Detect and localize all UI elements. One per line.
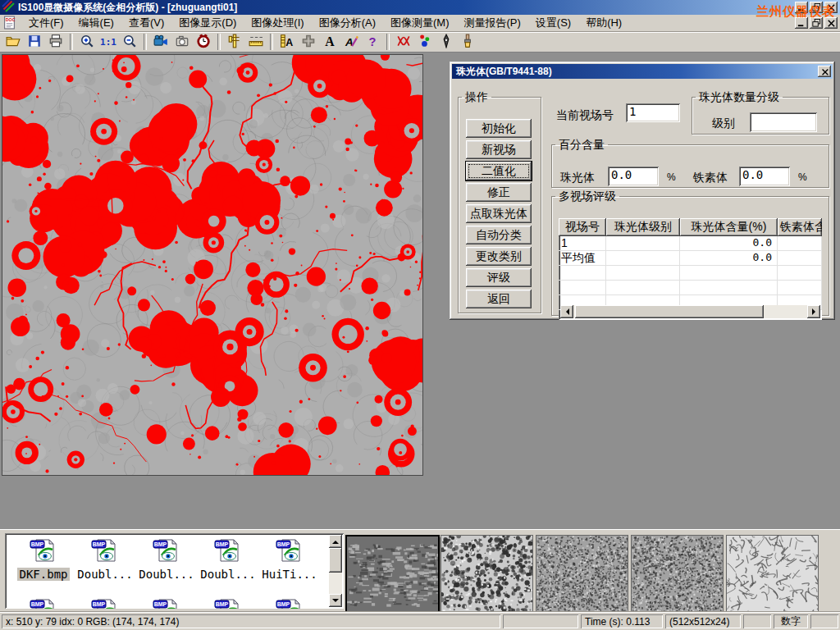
- scroll-right-button[interactable]: [807, 305, 820, 318]
- table-horizontal-scrollbar[interactable]: [560, 305, 820, 318]
- menu-item-1[interactable]: 编辑(E): [71, 16, 121, 30]
- image-merge-button[interactable]: [298, 33, 319, 51]
- op-button-0[interactable]: 初始化: [466, 119, 532, 138]
- window-close-button[interactable]: [824, 2, 838, 13]
- mdi-caption-buttons: [795, 17, 838, 29]
- multifield-group-label: 多视场评级: [555, 191, 619, 202]
- file-item-partial-1[interactable]: BMP: [75, 597, 135, 609]
- pearlite-percent-input[interactable]: 0.0: [608, 167, 659, 186]
- current-field-label: 当前视场号: [556, 108, 614, 123]
- file-item-partial-0[interactable]: BMP: [13, 597, 74, 609]
- op-button-4[interactable]: 点取珠光体: [466, 204, 532, 223]
- scroll-up-button[interactable]: [329, 535, 342, 548]
- op-button-6[interactable]: 更改类别: [466, 247, 532, 266]
- mdi-restore-button[interactable]: [810, 17, 823, 29]
- zoom-out-button[interactable]: [119, 33, 140, 51]
- curve-tool-button[interactable]: [393, 33, 414, 51]
- sample-thumbnail-2[interactable]: [536, 535, 628, 612]
- scroll-down-button[interactable]: [329, 594, 342, 607]
- help-icon: ?: [365, 34, 380, 51]
- menu-item-8[interactable]: 设置(S): [528, 16, 578, 30]
- pen-tool-button[interactable]: [436, 33, 457, 51]
- file-item-partial-2[interactable]: BMP: [136, 597, 197, 609]
- table-row[interactable]: [559, 281, 822, 295]
- file-item-partial-4[interactable]: BMP: [259, 597, 320, 609]
- open-file-button[interactable]: [2, 33, 24, 51]
- mdi-minimize-button[interactable]: [795, 17, 808, 29]
- text-annotation-icon: A: [322, 34, 337, 51]
- file-item-4[interactable]: BMPHuiTi...: [259, 537, 320, 582]
- actual-size-button[interactable]: 1:1: [98, 33, 119, 51]
- mdi-close-button[interactable]: [824, 17, 838, 29]
- caliper-vertical-button[interactable]: [224, 33, 245, 51]
- brush-tool-button[interactable]: [457, 33, 478, 51]
- toolbar-separator: [217, 34, 221, 50]
- file-item-2[interactable]: BMPDoubl...: [136, 537, 197, 582]
- capture-camera-button[interactable]: [171, 33, 193, 51]
- op-button-1[interactable]: 新视场: [466, 140, 532, 159]
- menu-item-7[interactable]: 测量报告(P): [456, 16, 527, 30]
- bmp-file-icon: BMP: [75, 537, 135, 567]
- current-field-input[interactable]: 1: [626, 103, 680, 122]
- menu-item-3[interactable]: 图像显示(D): [171, 16, 244, 30]
- zoom-in-button[interactable]: [76, 33, 98, 51]
- video-camera-button[interactable]: [150, 33, 171, 51]
- workspace: 珠光体(GB/T9441-88) 操作 初始化新视场二值化修正点取珠光体自动分类…: [0, 52, 840, 529]
- curve-tool-icon: [396, 34, 411, 51]
- measure-label-button[interactable]: A: [276, 33, 298, 51]
- dialog-close-button[interactable]: [818, 66, 831, 77]
- table-header-1[interactable]: 珠光体级别: [606, 218, 680, 236]
- file-item-partial-3[interactable]: BMP: [198, 597, 258, 609]
- sample-thumbnail-4[interactable]: [726, 535, 819, 612]
- svg-text:DOC: DOC: [6, 17, 16, 22]
- menu-item-5[interactable]: 图像分析(A): [312, 16, 383, 30]
- window-restore-button[interactable]: [810, 2, 823, 13]
- sample-thumbnail-1[interactable]: [441, 535, 533, 612]
- edit-annotation-button[interactable]: A: [340, 33, 362, 51]
- menu-item-6[interactable]: 图像测量(M): [383, 16, 457, 30]
- ferrite-percent-input[interactable]: 0.0: [739, 167, 790, 186]
- level-input[interactable]: [750, 112, 817, 132]
- classify-points-button[interactable]: [414, 33, 436, 51]
- file-item-0[interactable]: BMPDKF.bmp: [13, 537, 74, 582]
- print-button[interactable]: [45, 33, 66, 51]
- op-button-2[interactable]: 二值化: [466, 162, 532, 180]
- menu-item-0[interactable]: 文件(F): [21, 16, 71, 30]
- file-item-3[interactable]: BMPDoubl...: [198, 537, 258, 582]
- bmp-file-icon: BMP: [13, 597, 74, 609]
- op-button-5[interactable]: 自动分类: [466, 226, 532, 244]
- menu-item-4[interactable]: 图像处理(I): [244, 16, 311, 30]
- document-icon[interactable]: DOC: [2, 16, 17, 30]
- table-header-2[interactable]: 珠光体含量(%): [680, 218, 778, 236]
- title-bar: IS100显微摄像系统(金相分析版) - [zhuguangti01]: [0, 0, 840, 15]
- op-button-3[interactable]: 修正: [466, 183, 532, 202]
- op-button-8[interactable]: 返回: [466, 290, 532, 308]
- scrollbar-thumb[interactable]: [575, 305, 764, 318]
- window-minimize-button[interactable]: [795, 2, 808, 13]
- operation-group: 操作 初始化新视场二值化修正点取珠光体自动分类更改类别评级返回: [458, 92, 541, 313]
- app-icon[interactable]: [2, 0, 15, 16]
- sample-thumbnail-0[interactable]: [345, 535, 440, 614]
- scroll-left-button[interactable]: [560, 305, 573, 318]
- file-item-1[interactable]: BMPDoubl...: [75, 537, 135, 582]
- menu-item-2[interactable]: 查看(V): [121, 16, 171, 30]
- bmp-file-icon: BMP: [259, 597, 320, 609]
- table-row[interactable]: 平均值0.0: [559, 251, 822, 266]
- scrollbar-thumb[interactable]: [329, 548, 342, 573]
- op-button-7[interactable]: 评级: [466, 268, 532, 287]
- file-list-scrollbar[interactable]: [329, 535, 342, 607]
- save-button[interactable]: [24, 33, 45, 51]
- svg-text:A: A: [325, 34, 335, 48]
- table-header-3[interactable]: 铁素体含量(%): [778, 218, 822, 236]
- table-header-0[interactable]: 视场号: [559, 218, 606, 236]
- sample-thumbnail-3[interactable]: [631, 535, 724, 612]
- bmp-file-icon: BMP: [198, 537, 258, 567]
- timer-clock-button[interactable]: [193, 33, 214, 51]
- micrograph-image[interactable]: [2, 54, 423, 476]
- ruler-horizontal-button[interactable]: [245, 33, 267, 51]
- menu-item-9[interactable]: 帮助(H): [578, 16, 629, 30]
- table-row[interactable]: [559, 266, 822, 281]
- text-annotation-button[interactable]: A: [319, 33, 340, 51]
- help-button[interactable]: ?: [362, 33, 383, 51]
- table-row[interactable]: 10.0: [559, 236, 822, 251]
